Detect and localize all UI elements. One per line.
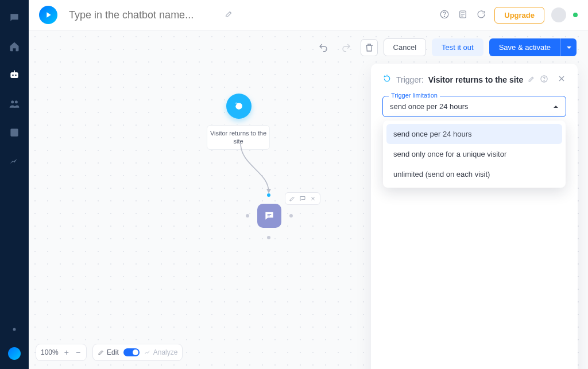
sidebar-item-home[interactable] [8,40,21,53]
undo-icon[interactable] [315,39,332,56]
select-value: send once per 24 hours [390,102,469,111]
redo-icon [338,39,355,56]
online-status-dot [573,13,578,17]
upgrade-button[interactable]: Upgrade [494,7,544,24]
bottom-toolbar: 100% + − Edit Analyze [36,344,183,361]
save-dropdown-caret[interactable] [560,38,577,56]
sidebar-item-chat[interactable] [8,11,21,24]
svg-point-14 [544,80,544,81]
canvas-toolbar: Cancel Test it out Save & activate [315,38,577,56]
analyze-mode-button[interactable]: Analyze [144,348,178,356]
panel-prefix: Trigger: [396,75,424,84]
test-button[interactable]: Test it out [432,38,483,56]
node-inline-tools [285,192,320,205]
cancel-button[interactable]: Cancel [384,38,426,56]
panel-edit-icon[interactable] [528,75,535,85]
edit-name-icon[interactable] [225,10,233,20]
topbar: Upgrade [29,0,588,30]
trigger-node-label: Visitor returns to the site [207,125,270,150]
svg-rect-7 [12,131,17,132]
mode-switch: Edit Analyze [92,344,183,361]
svg-point-9 [13,328,16,331]
dropdown-option[interactable]: send once per 24 hours [386,124,562,144]
zoom-control: 100% + − [36,344,87,361]
trigger-node[interactable] [226,94,252,119]
panel-trigger-icon [382,74,392,86]
edit-mode-label: Edit [107,348,119,356]
node-delete-icon[interactable] [308,194,318,203]
chatbot-name-input[interactable] [69,9,218,21]
edit-mode-button[interactable]: Edit [98,348,119,356]
dropdown-option[interactable]: send only once for a unique visitor [386,144,562,164]
sidebar-item-settings[interactable] [8,323,21,336]
dropdown-option[interactable]: unlimited (send on each visit) [386,164,562,184]
panel-close-icon[interactable] [557,74,566,86]
node-port-left[interactable] [246,214,249,217]
refresh-icon[interactable] [476,9,488,21]
svg-point-1 [12,75,14,76]
panel-title: Visitor returns to the site [428,75,523,84]
brand-icon [8,347,21,360]
analyze-mode-label: Analyze [153,348,178,356]
trigger-limitation-field: Trigger limitation send once per 24 hour… [382,96,566,117]
help-icon[interactable] [439,9,451,21]
delete-icon[interactable] [361,39,378,56]
pencil-icon [98,349,105,356]
trigger-limitation-select[interactable]: send once per 24 hours [383,96,566,116]
workspace: Cancel Test it out Save & activate Visit… [29,30,588,369]
svg-point-11 [444,16,445,17]
field-legend: Trigger limitation [389,92,440,99]
notes-icon[interactable] [458,9,469,21]
trigger-limitation-dropdown: send once per 24 hours send only once fo… [383,121,566,188]
node-port-bottom[interactable] [267,236,270,239]
svg-rect-8 [12,133,15,134]
sidebar-item-chatbots[interactable] [8,69,21,81]
analytics-icon [144,349,151,356]
node-comment-icon[interactable] [298,194,307,203]
zoom-in-button[interactable]: + [63,348,70,357]
svg-point-5 [15,100,18,103]
trigger-panel: Trigger: Visitor returns to the site Tri… [371,64,578,369]
node-port-top[interactable] [267,193,270,197]
sidebar [0,0,29,369]
avatar[interactable] [551,7,566,22]
sidebar-item-contacts[interactable] [8,98,21,110]
zoom-out-button[interactable]: − [75,348,82,357]
svg-point-4 [11,100,14,103]
sidebar-item-templates[interactable] [8,126,21,139]
save-activate-button[interactable]: Save & activate [489,38,560,56]
node-port-right[interactable] [289,214,293,217]
svg-point-2 [15,75,17,76]
zoom-value: 100% [41,348,59,356]
mode-toggle[interactable] [123,348,140,356]
sidebar-item-analytics[interactable] [8,155,21,168]
svg-rect-0 [10,72,18,78]
logo-icon [39,6,57,24]
node-edit-icon[interactable] [288,194,297,203]
message-node[interactable] [257,204,281,228]
svg-rect-3 [14,71,15,72]
panel-help-icon[interactable] [540,75,548,86]
